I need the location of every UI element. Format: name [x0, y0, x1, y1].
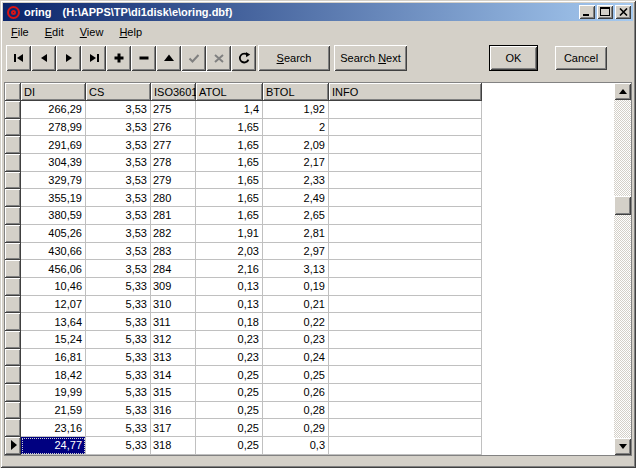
grid-cell[interactable]: 0,13 — [196, 278, 263, 296]
grid-cell[interactable]: 5,33 — [86, 278, 151, 296]
grid-cell[interactable]: 5,33 — [86, 384, 151, 402]
grid-cell[interactable]: 3,53 — [86, 154, 151, 172]
search-next-button[interactable]: Search Next — [334, 45, 407, 71]
grid-cell[interactable]: 456,06 — [21, 260, 86, 278]
grid-cell[interactable]: 21,59 — [21, 402, 86, 420]
grid-cell[interactable]: 282 — [151, 225, 196, 243]
grid-cell[interactable] — [329, 313, 482, 331]
table-row[interactable]: 405,263,532821,912,81 — [5, 225, 614, 243]
grid-cell[interactable]: 0,25 — [196, 419, 263, 437]
grid-cell[interactable]: 0,18 — [196, 313, 263, 331]
grid-cell[interactable]: 0,25 — [196, 366, 263, 384]
menu-view[interactable]: View — [74, 24, 110, 40]
nav-refresh-button[interactable] — [231, 45, 256, 71]
grid-cell[interactable]: 380,59 — [21, 207, 86, 225]
table-row[interactable]: 12,075,333100,130,21 — [5, 296, 614, 314]
grid-cell[interactable]: 5,33 — [86, 419, 151, 437]
grid-cell[interactable]: 317 — [151, 419, 196, 437]
grid-cell[interactable]: 2,16 — [196, 260, 263, 278]
grid-cell[interactable]: 318 — [151, 437, 196, 455]
grid-cell[interactable]: 0,19 — [263, 278, 329, 296]
grid-cell[interactable]: 3,53 — [86, 189, 151, 207]
grid-cell[interactable] — [329, 136, 482, 154]
grid-cell[interactable]: 0,29 — [263, 419, 329, 437]
grid-cell[interactable]: 15,24 — [21, 331, 86, 349]
grid-cell[interactable] — [329, 154, 482, 172]
grid-cell[interactable]: 3,53 — [86, 136, 151, 154]
grid-cell[interactable]: 3,13 — [263, 260, 329, 278]
grid-cell[interactable]: 16,81 — [21, 349, 86, 367]
nav-last-button[interactable] — [81, 45, 106, 71]
grid-cell[interactable]: 0,13 — [196, 296, 263, 314]
grid-cell[interactable]: 310 — [151, 296, 196, 314]
grid-cell[interactable]: 5,33 — [86, 331, 151, 349]
grid-cell[interactable]: 13,64 — [21, 313, 86, 331]
titlebar[interactable]: oring (H:\APPS\TP\di1disk\e\oring.dbf) — [3, 3, 633, 21]
grid-cell[interactable] — [329, 207, 482, 225]
grid-cell[interactable]: 0,22 — [263, 313, 329, 331]
table-row[interactable]: 380,593,532811,652,65 — [5, 207, 614, 225]
nav-insert-button[interactable] — [106, 45, 131, 71]
grid-cell[interactable]: 0,21 — [263, 296, 329, 314]
grid-cell[interactable]: 2,97 — [263, 243, 329, 261]
nav-post-button[interactable] — [181, 45, 206, 71]
grid-cell[interactable]: 3,53 — [86, 260, 151, 278]
grid-cell[interactable] — [329, 119, 482, 137]
table-row[interactable]: 18,425,333140,250,25 — [5, 366, 614, 384]
grid-cell[interactable]: 0,23 — [263, 331, 329, 349]
grid-cell[interactable]: 314 — [151, 366, 196, 384]
nav-prior-button[interactable] — [31, 45, 56, 71]
grid-cell[interactable] — [329, 172, 482, 190]
table-row[interactable]: 21,595,333160,250,28 — [5, 402, 614, 420]
table-row[interactable]: 456,063,532842,163,13 — [5, 260, 614, 278]
grid-cell[interactable]: 277 — [151, 136, 196, 154]
table-row[interactable]: 15,245,333120,230,23 — [5, 331, 614, 349]
vertical-scrollbar[interactable] — [614, 83, 631, 455]
grid-cell[interactable]: 1,65 — [196, 136, 263, 154]
grid-cell[interactable]: 316 — [151, 402, 196, 420]
minimize-button[interactable] — [579, 5, 595, 19]
nav-first-button[interactable] — [6, 45, 31, 71]
grid-cell[interactable]: 315 — [151, 384, 196, 402]
grid-cell[interactable]: 3,53 — [86, 101, 151, 119]
grid-cell[interactable]: 2,09 — [263, 136, 329, 154]
scrollbar-thumb[interactable] — [614, 196, 631, 215]
grid-cell[interactable]: 280 — [151, 189, 196, 207]
grid-cell[interactable]: 3,53 — [86, 225, 151, 243]
grid-cell[interactable]: 19,99 — [21, 384, 86, 402]
scroll-down-button[interactable] — [614, 438, 631, 455]
grid-cell[interactable]: 329,79 — [21, 172, 86, 190]
grid-cell[interactable]: 5,33 — [86, 402, 151, 420]
grid-cell[interactable]: 10,46 — [21, 278, 86, 296]
grid-cell[interactable] — [329, 278, 482, 296]
scrollbar-track[interactable] — [614, 100, 631, 438]
nav-delete-button[interactable] — [131, 45, 156, 71]
grid-cell[interactable] — [329, 402, 482, 420]
grid-cell[interactable]: 2,17 — [263, 154, 329, 172]
grid-cell[interactable]: 266,29 — [21, 101, 86, 119]
search-button[interactable]: Search — [258, 45, 330, 71]
nav-next-button[interactable] — [56, 45, 81, 71]
menu-help[interactable]: Help — [113, 24, 148, 40]
grid-cell[interactable]: 5,33 — [86, 437, 151, 455]
grid-cell[interactable]: 283 — [151, 243, 196, 261]
grid-cell[interactable]: 278,99 — [21, 119, 86, 137]
grid-cell[interactable]: 3,53 — [86, 243, 151, 261]
grid-cell[interactable]: 430,66 — [21, 243, 86, 261]
grid-cell[interactable]: 3,53 — [86, 207, 151, 225]
grid-cell[interactable]: 309 — [151, 278, 196, 296]
grid-cell[interactable] — [329, 384, 482, 402]
grid-cell[interactable] — [329, 101, 482, 119]
nav-edit-button[interactable] — [156, 45, 181, 71]
grid-cell[interactable]: 0,24 — [263, 349, 329, 367]
grid-cell[interactable] — [329, 349, 482, 367]
grid-cell[interactable]: 276 — [151, 119, 196, 137]
table-row[interactable]: 10,465,333090,130,19 — [5, 278, 614, 296]
grid-cell[interactable]: 0,25 — [196, 437, 263, 455]
cancel-button[interactable]: Cancel — [555, 46, 607, 70]
table-row[interactable]: 291,693,532771,652,09 — [5, 136, 614, 154]
close-button[interactable] — [615, 5, 631, 19]
table-row[interactable]: 304,393,532781,652,17 — [5, 154, 614, 172]
grid-cell[interactable]: 2,65 — [263, 207, 329, 225]
grid-cell[interactable] — [329, 189, 482, 207]
